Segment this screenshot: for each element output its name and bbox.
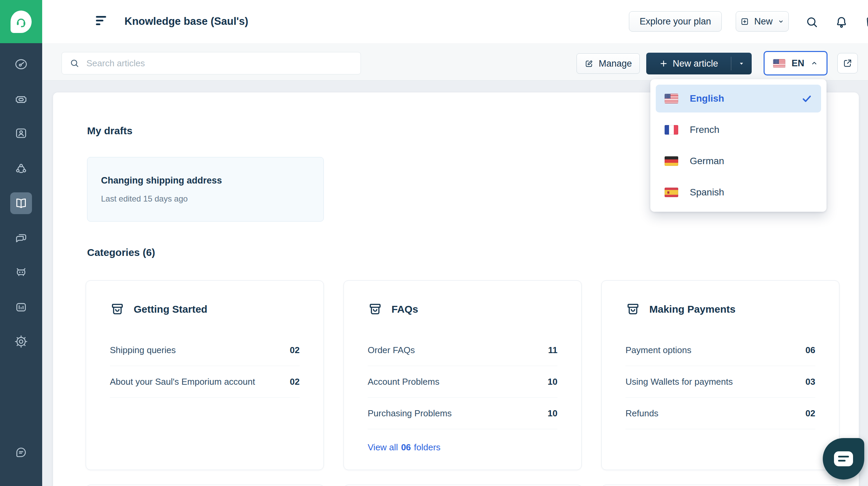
explore-plan-button[interactable]: Explore your plan	[629, 11, 722, 32]
sidebar-item-knowledge-base[interactable]	[10, 192, 32, 214]
language-selector-button[interactable]: EN	[764, 51, 828, 75]
archive-icon	[625, 302, 640, 317]
folder-row[interactable]: Payment options 06	[625, 334, 815, 366]
folder-name: About your Saul's Emporium account	[110, 377, 255, 387]
new-article-dropdown-toggle[interactable]	[731, 57, 752, 70]
folder-row[interactable]: Purchasing Problems 10	[368, 398, 557, 429]
open-portal-button[interactable]	[837, 53, 858, 73]
sidebar-item-feedback[interactable]	[10, 441, 32, 463]
sidebar-item-settings[interactable]	[10, 331, 32, 352]
next-row-card-peek	[344, 485, 582, 486]
article-count: 10	[548, 377, 557, 387]
conversations-icon	[14, 231, 28, 245]
view-all-suffix: folders	[414, 442, 440, 453]
app-logo[interactable]	[0, 0, 42, 43]
folder-row[interactable]: About your Saul's Emporium account 02	[110, 366, 300, 398]
draft-card[interactable]: Changing shipping address Last edited 15…	[87, 157, 324, 222]
top-header: Knowledge base (Saul's) Explore your pla…	[42, 0, 868, 43]
sidebar-item-community[interactable]	[10, 158, 32, 179]
draft-last-edited: Last edited 15 days ago	[101, 194, 310, 204]
folder-list: Payment options 06 Using Wallets for pay…	[625, 334, 815, 429]
folder-name: Refunds	[625, 408, 658, 419]
external-link-icon	[842, 58, 853, 68]
edit-square-icon	[584, 59, 594, 68]
manage-label: Manage	[599, 58, 632, 69]
germany-flag-icon	[665, 156, 678, 166]
article-count: 11	[548, 345, 558, 355]
plus-icon	[659, 59, 668, 68]
language-option-french[interactable]: French	[656, 116, 821, 144]
category-title: Making Payments	[649, 303, 735, 315]
sidebar-item-dashboard[interactable]	[10, 53, 32, 75]
new-button-label: New	[754, 16, 772, 27]
next-row-card-peek	[601, 485, 840, 486]
france-flag-icon	[665, 125, 678, 135]
draft-title: Changing shipping address	[101, 175, 310, 186]
notifications-bell-icon[interactable]	[835, 15, 848, 29]
folder-row[interactable]: Account Problems 10	[368, 366, 557, 398]
category-header: FAQs	[368, 302, 557, 317]
article-count: 10	[548, 408, 557, 419]
category-header: Making Payments	[625, 302, 815, 317]
caret-down-icon	[738, 60, 745, 67]
sidebar-item-conversations[interactable]	[10, 227, 32, 249]
category-card-getting-started[interactable]: Getting Started Shipping queries 02 Abou…	[86, 280, 324, 470]
next-row-card-peek	[86, 485, 324, 486]
knowledge-base-screen: Knowledge base (Saul's) Explore your pla…	[0, 0, 868, 486]
folder-list: Order FAQs 11 Account Problems 10 Purcha…	[368, 334, 557, 429]
folder-name: Payment options	[625, 345, 691, 355]
folder-name: Account Problems	[368, 377, 439, 387]
folder-name: Shipping queries	[110, 345, 176, 355]
folder-row[interactable]: Order FAQs 11	[368, 334, 557, 366]
analytics-icon	[14, 300, 28, 314]
page-title: Knowledge base (Saul's)	[124, 15, 248, 28]
feedback-bubble-icon	[14, 446, 28, 459]
contact-card-icon	[14, 126, 28, 140]
folder-name: Using Wallets for payments	[625, 377, 733, 387]
category-card-making-payments[interactable]: Making Payments Payment options 06 Using…	[601, 280, 839, 470]
language-option-english[interactable]: English	[656, 85, 821, 112]
article-count: 02	[290, 377, 300, 387]
folder-list: Shipping queries 02 About your Saul's Em…	[110, 334, 300, 398]
community-icon	[14, 162, 28, 175]
category-title: Getting Started	[134, 303, 207, 315]
folder-row[interactable]: Using Wallets for payments 03	[625, 366, 815, 398]
language-label: French	[690, 124, 812, 135]
us-flag-icon	[773, 59, 785, 68]
new-button[interactable]: New	[736, 11, 789, 32]
search-icon[interactable]	[805, 15, 819, 29]
book-icon	[14, 196, 28, 210]
folder-row[interactable]: Refunds 02	[625, 398, 815, 429]
headset-logo-icon	[11, 11, 32, 33]
language-menu: English French German Spanish	[650, 79, 827, 212]
sidebar-item-analytics[interactable]	[10, 296, 32, 318]
spain-flag-icon	[665, 188, 678, 197]
category-card-faqs[interactable]: FAQs Order FAQs 11 Account Problems 10 P…	[344, 280, 582, 470]
sidebar	[0, 0, 42, 486]
sidebar-item-bot[interactable]	[10, 261, 32, 283]
folder-row[interactable]: Shipping queries 02	[110, 334, 300, 366]
language-option-spanish[interactable]: Spanish	[656, 178, 821, 206]
view-all-folders-link[interactable]: View all 06 folders	[368, 442, 440, 453]
chevron-down-icon	[778, 18, 784, 25]
new-article-label: New article	[673, 58, 718, 69]
chat-bubble-icon	[834, 451, 853, 466]
view-all-count: 06	[401, 442, 411, 453]
language-label: German	[690, 156, 812, 167]
bot-icon	[14, 265, 28, 279]
my-drafts-heading: My drafts	[87, 125, 132, 137]
ticket-icon	[14, 93, 28, 106]
sidebar-item-tickets[interactable]	[10, 89, 32, 110]
chat-widget-button[interactable]	[823, 438, 864, 480]
new-article-button[interactable]: New article	[646, 58, 731, 69]
check-icon	[801, 93, 812, 104]
manage-button[interactable]: Manage	[577, 53, 640, 74]
plus-square-icon	[740, 17, 749, 26]
copilot-sparkles-icon[interactable]	[864, 15, 868, 29]
search-articles-input[interactable]	[86, 58, 361, 69]
language-option-german[interactable]: German	[656, 147, 821, 175]
language-code-label: EN	[791, 58, 804, 69]
view-all-prefix: View all	[368, 442, 398, 453]
menu-toggle-icon[interactable]	[96, 16, 107, 28]
sidebar-item-contacts[interactable]	[10, 122, 32, 144]
